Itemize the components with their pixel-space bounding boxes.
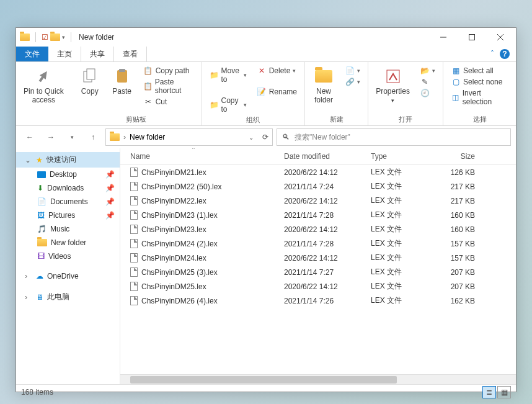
ribbon-collapse-icon[interactable]: ˆ [491,50,494,58]
rename-button[interactable]: 📝Rename [254,87,299,97]
address-text[interactable]: New folder [130,133,165,141]
group-open-label: 打开 [373,114,438,124]
recent-locations-button[interactable]: ▾ [63,128,81,146]
file-row[interactable]: ChsPinyinDM23.lex2020/6/22 14:12LEX 文件16… [120,222,516,236]
file-name: ChsPinyinDM23 (1).lex [141,211,218,220]
file-row[interactable]: ChsPinyinDM23 (1).lex2021/1/14 7:28LEX 文… [120,208,516,222]
group-clipboard-label: 剪贴板 [76,114,197,124]
back-button[interactable]: ← [21,128,38,146]
tab-home[interactable]: 主页 [48,47,81,61]
icons-view-button[interactable]: ▦ [497,386,511,398]
navigation-pane[interactable]: ⌄★快速访问 Desktop📌 ⬇Downloads📌 📄Documents📌 … [16,148,120,384]
up-button[interactable]: ↑ [84,128,102,146]
pin-quick-access-button[interactable]: Pin to Quick access [21,65,66,106]
copy-path-button[interactable]: 📋Copy path [141,66,197,76]
navigation-bar: ← → ▾ ↑ › New folder ⌄ ⟳ 🔍︎ 搜索"New folde… [16,126,516,148]
col-date[interactable]: Date modified [280,152,367,161]
qat-check-icon[interactable]: ☑ [42,33,48,42]
tab-share[interactable]: 共享 [81,47,114,61]
file-row[interactable]: ChsPinyinDM22 (50).lex2021/1/14 7:24LEX … [120,179,516,194]
new-folder-button[interactable]: New folder [310,65,337,106]
file-size: 157 KB [435,254,479,263]
file-size: 162 KB [435,297,479,305]
copy-to-button[interactable]: 📁Copy to ▾ [207,96,249,114]
easy-access-button[interactable]: 🔗▾ [342,77,363,87]
file-date: 2021/1/14 7:26 [280,297,367,305]
sidebar-onedrive[interactable]: ›☁OneDrive [16,269,120,283]
sidebar-this-pc[interactable]: ›🖥此电脑 [16,289,120,305]
file-date: 2020/6/22 14:12 [280,197,367,205]
search-box[interactable]: 🔍︎ 搜索"New folder" [277,128,511,146]
column-headers[interactable]: ˆ Name Date modified Type Size [120,148,516,165]
group-new-label: 新建 [310,114,363,124]
sidebar-documents[interactable]: 📄Documents📌 [29,195,120,209]
file-row[interactable]: ChsPinyinDM22.lex2020/6/22 14:12LEX 文件21… [120,194,516,208]
pin-icon: 📌 [105,211,115,220]
help-icon[interactable]: ? [500,49,510,59]
qat-folder-icon[interactable] [50,34,60,41]
tab-file[interactable]: 文件 [16,47,48,61]
col-type[interactable]: Type [367,152,435,161]
file-icon [130,296,138,305]
qat-dropdown-icon[interactable]: ▾ [62,34,65,40]
file-name: ChsPinyinDM26 (4).lex [141,297,218,305]
address-bar[interactable]: › New folder ⌄ ⟳ [105,128,273,146]
sidebar-desktop[interactable]: Desktop📌 [29,168,120,181]
paste-button[interactable]: Paste [109,65,136,97]
sidebar-music[interactable]: 🎵Music [29,222,120,236]
maximize-button[interactable] [458,28,486,47]
close-button[interactable] [486,28,515,47]
titlebar[interactable]: ☑ ▾ New folder [16,28,516,47]
search-icon: 🔍︎ [282,133,290,141]
item-count: 168 items [21,388,53,397]
new-item-button[interactable]: 📄▾ [342,66,363,76]
svg-rect-8 [387,70,399,83]
cut-button[interactable]: ✂Cut [141,97,197,107]
pin-icon: 📌 [105,197,115,206]
file-type: LEX 文件 [367,181,435,192]
col-name[interactable]: Name [126,152,280,161]
delete-button[interactable]: ✕Delete▾ [254,66,299,76]
group-select-label: 选择 [448,114,511,124]
col-size[interactable]: Size [435,152,479,161]
details-view-button[interactable]: ≣ [482,386,496,398]
file-row[interactable]: ChsPinyinDM25 (3).lex2021/1/14 7:27LEX 文… [120,265,516,279]
paste-shortcut-button[interactable]: 📋Paste shortcut [141,77,197,96]
sidebar-pictures[interactable]: 🖼Pictures📌 [29,209,120,222]
select-none-button[interactable]: ▢Select none [448,77,511,87]
file-icon [130,239,138,248]
sidebar-quick-access[interactable]: ⌄★快速访问 [16,152,120,168]
move-to-button[interactable]: 📁Move to ▾ [207,66,249,84]
file-size: 160 KB [435,225,479,234]
forward-button[interactable]: → [42,128,60,146]
search-placeholder: 搜索"New folder" [295,132,350,143]
sidebar-videos[interactable]: 🎞Videos [29,249,120,263]
horizontal-scrollbar[interactable] [120,374,516,384]
properties-button[interactable]: Properties ▾ [373,65,412,106]
file-row[interactable]: ChsPinyinDM24.lex2020/6/22 14:12LEX 文件15… [120,251,516,265]
file-row[interactable]: ChsPinyinDM21.lex2020/6/22 14:12LEX 文件12… [120,165,516,179]
sidebar-new-folder[interactable]: New folder [29,236,120,249]
copy-button[interactable]: Copy [76,65,104,97]
minimize-button[interactable] [429,28,458,47]
explorer-window: ☑ ▾ New folder 文件 主页 共享 查看 ˆ ? Pin to Qu… [16,27,516,392]
sidebar-downloads[interactable]: ⬇Downloads📌 [29,181,120,195]
select-all-button[interactable]: ▦Select all [448,66,511,76]
file-name: ChsPinyinDM22 (50).lex [141,182,221,191]
edit-button[interactable]: ✎ [417,77,438,87]
invert-selection-button[interactable]: ◫Invert selection [448,88,511,107]
file-row[interactable]: ChsPinyinDM24 (2).lex2021/1/14 7:28LEX 文… [120,236,516,251]
file-type: LEX 文件 [367,267,435,277]
address-dropdown-icon[interactable]: ⌄ [249,134,254,141]
file-type: LEX 文件 [367,224,435,235]
file-type: LEX 文件 [367,167,435,177]
file-date: 2020/6/22 14:12 [280,225,367,234]
file-name: ChsPinyinDM25 (3).lex [141,268,218,277]
pin-icon: 📌 [105,184,115,192]
tab-view[interactable]: 查看 [114,47,147,61]
history-button[interactable]: 🕘 [417,88,438,98]
file-row[interactable]: ChsPinyinDM26 (4).lex2021/1/14 7:26LEX 文… [120,294,516,308]
file-row[interactable]: ChsPinyinDM25.lex2020/6/22 14:12LEX 文件20… [120,279,516,294]
refresh-button[interactable]: ⟳ [262,133,268,141]
open-dropdown-button[interactable]: 📂▾ [417,66,438,76]
